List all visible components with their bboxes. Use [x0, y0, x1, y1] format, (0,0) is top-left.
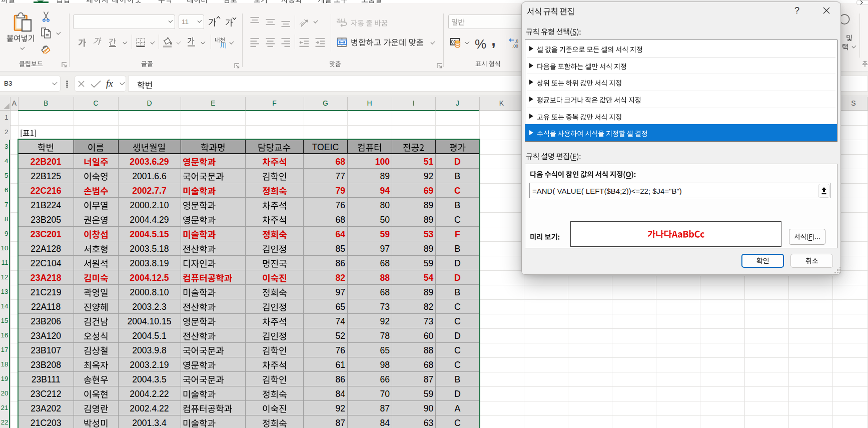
- svg-text:.0: .0: [515, 39, 518, 44]
- svg-text:.00: .00: [512, 44, 518, 48]
